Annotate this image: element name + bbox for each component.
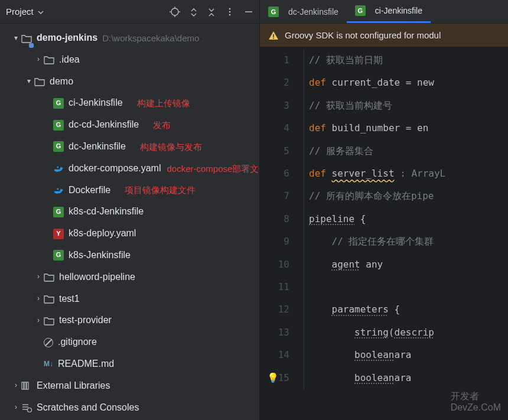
file-annotation: 项目镜像构建文件: [125, 182, 196, 198]
docker-file-icon: [53, 185, 64, 195]
folder-icon: [44, 272, 54, 282]
groovy-file-icon: G: [53, 120, 64, 131]
groovy-file-icon: G: [355, 5, 366, 16]
external-libraries[interactable]: › External Libraries: [0, 375, 259, 397]
chevron-right-icon[interactable]: ›: [33, 292, 44, 305]
tree-file[interactable]: Dockerfile 项目镜像构建文件: [0, 180, 259, 201]
lightbulb-icon[interactable]: 💡: [267, 367, 279, 389]
svg-point-7: [229, 14, 231, 16]
sidebar-header: Project: [0, 0, 259, 24]
library-icon: [21, 381, 32, 390]
tree-file[interactable]: G k8s-cd-Jenkinsfile: [0, 201, 259, 223]
tree-file[interactable]: G dc-Jenkinsfile 构建镜像与发布: [0, 136, 259, 158]
code-editor[interactable]: 1 2 3 4 5 6 7 8 9 10 11 12 13 14 💡15 // …: [260, 47, 508, 420]
minimize-icon[interactable]: [244, 6, 253, 17]
tree-file[interactable]: › M↓ README.md: [0, 353, 259, 375]
yaml-file-icon: Y: [53, 229, 64, 239]
notification-text: Groovy SDK is not configured for modul: [285, 30, 441, 40]
svg-rect-10: [24, 382, 26, 389]
groovy-file-icon: G: [53, 207, 64, 217]
folder-icon: [44, 316, 54, 325]
more-icon[interactable]: [225, 6, 235, 17]
expand-icon[interactable]: [190, 6, 198, 16]
markdown-file-icon: M↓: [44, 358, 53, 371]
tree-folder[interactable]: › .idea: [0, 49, 259, 71]
folder-icon: [34, 77, 45, 86]
folder-icon: [44, 55, 54, 64]
watermark: 开发者 DevZe.CoM: [451, 390, 501, 413]
chevron-right-icon[interactable]: ›: [33, 314, 44, 327]
svg-rect-16: [273, 34, 274, 37]
tree-file[interactable]: docker-compose.yaml docker-compose部署文件: [0, 158, 259, 180]
tree-folder[interactable]: ▾ demo: [0, 71, 259, 93]
svg-rect-11: [27, 382, 28, 389]
docker-file-icon: [53, 164, 64, 173]
collapse-icon[interactable]: [207, 6, 216, 16]
groovy-file-icon: G: [53, 250, 64, 261]
gutter: 1 2 3 4 5 6 7 8 9 10 11 12 13 14 💡15: [260, 47, 301, 420]
locate-icon[interactable]: [170, 6, 180, 17]
svg-point-15: [28, 408, 32, 412]
tree-file[interactable]: Y k8s-deploy.yaml: [0, 223, 259, 245]
tree-folder[interactable]: › test1: [0, 288, 259, 310]
project-dropdown[interactable]: Project: [6, 6, 34, 17]
chevron-right-icon[interactable]: ›: [11, 401, 21, 414]
editor-tabs: G dc-Jenkinsfile G ci-Jenkinsfile: [260, 0, 508, 24]
groovy-file-icon: G: [53, 98, 64, 109]
tab-ci-jenkinsfile[interactable]: G ci-Jenkinsfile: [347, 0, 431, 23]
code-content[interactable]: // 获取当前日期 def current_date = new // 获取当前…: [301, 47, 508, 420]
svg-point-5: [229, 8, 231, 10]
chevron-down-icon[interactable]: ▾: [24, 75, 34, 88]
file-annotation: 构建镜像与发布: [140, 139, 202, 155]
notification-bar[interactable]: Groovy SDK is not configured for modul: [260, 24, 508, 47]
groovy-file-icon: G: [268, 6, 279, 17]
tree-file[interactable]: G dc-cd-Jenkinsfile 发布: [0, 114, 259, 136]
groovy-file-icon: G: [53, 141, 64, 152]
tree-file[interactable]: G k8s-Jenkinsfile: [0, 245, 259, 266]
project-sidebar: Project: [0, 0, 260, 420]
folder-icon: [44, 294, 54, 304]
gitignore-icon: [44, 338, 53, 347]
tab-dc-jenkinsfile[interactable]: G dc-Jenkinsfile: [260, 0, 347, 23]
svg-rect-9: [22, 382, 24, 389]
scratches-consoles[interactable]: › Scratches and Consoles: [0, 397, 259, 419]
tree-file[interactable]: › .gitignore: [0, 331, 259, 353]
chevron-right-icon[interactable]: ›: [33, 271, 44, 284]
project-folder-icon: [21, 30, 32, 47]
tree-file[interactable]: G ci-Jenkinsfile 构建上传镜像: [0, 92, 259, 114]
tree-root-path: D:\workspacekaka\demo: [102, 30, 199, 46]
svg-point-0: [171, 8, 178, 15]
chevron-right-icon[interactable]: ›: [11, 379, 21, 392]
chevron-down-icon[interactable]: ▾: [11, 32, 21, 45]
tree-folder[interactable]: › test-provider: [0, 310, 259, 331]
chevron-down-icon[interactable]: [37, 7, 44, 17]
svg-point-6: [229, 11, 231, 13]
tree-root[interactable]: ▾ demo-jenkins D:\workspacekaka\demo: [0, 27, 259, 49]
tree-root-label: demo-jenkins: [37, 30, 97, 47]
chevron-right-icon[interactable]: ›: [33, 53, 44, 66]
tree-folder[interactable]: › helloword-pipeline: [0, 266, 259, 288]
editor-area: G dc-Jenkinsfile G ci-Jenkinsfile Groovy…: [260, 0, 508, 420]
file-annotation: 发布: [153, 117, 171, 133]
scratch-icon: [21, 403, 32, 412]
project-tree: ▾ demo-jenkins D:\workspacekaka\demo › .…: [0, 24, 259, 420]
file-annotation: docker-compose部署文件: [167, 161, 260, 177]
file-annotation: 构建上传镜像: [137, 95, 190, 111]
svg-rect-17: [273, 38, 274, 39]
warning-icon: [268, 30, 279, 41]
